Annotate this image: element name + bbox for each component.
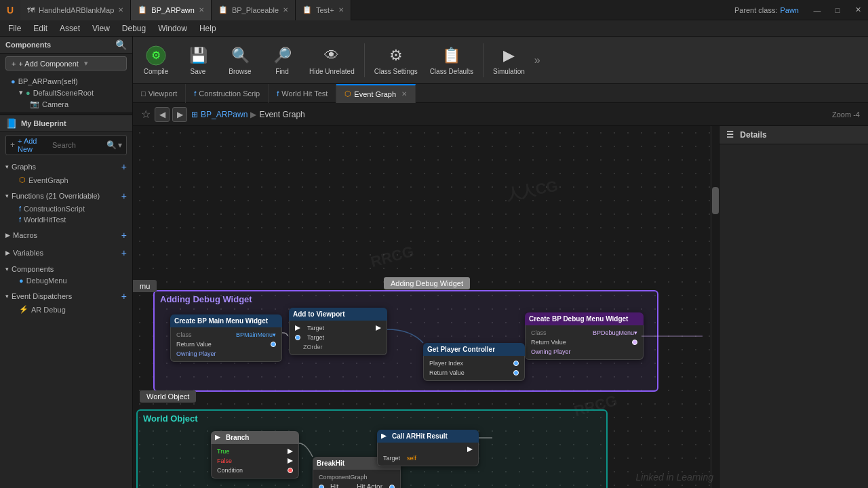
tab-bp-arpawn[interactable]: 📋 BP_ARPawn ✕ <box>131 0 212 20</box>
tree-item-camera[interactable]: 📷 Camera <box>0 98 132 110</box>
node-branch[interactable]: Branch True False Condition <box>211 431 299 479</box>
node-add-viewport[interactable]: Add to Viewport Target Target ZOrder <box>289 308 387 355</box>
menu-help[interactable]: Help <box>194 22 222 35</box>
search-icon[interactable]: 🔍 <box>115 39 127 50</box>
world-hit-icon: f <box>277 89 279 98</box>
tab-bp-placeable[interactable]: 📋 BP_Placeable ✕ <box>212 0 296 20</box>
svg-text:⚙: ⚙ <box>151 49 161 61</box>
scene-icon: ● <box>26 89 31 97</box>
menu-edit[interactable]: Edit <box>28 22 53 35</box>
simulation-icon: ▶ <box>498 45 519 66</box>
menu-window[interactable]: Window <box>153 22 193 35</box>
search-magnifier-icon[interactable]: 🔍 <box>106 140 117 150</box>
save-button[interactable]: 💾 Save <box>178 42 218 78</box>
close-tab3-icon[interactable]: ✕ <box>283 6 288 14</box>
add-new-label[interactable]: + Add New <box>18 137 52 153</box>
tab-world-hit-test[interactable]: f World Hit Test <box>269 84 336 103</box>
event-graph-icon: ⬡ <box>344 89 351 98</box>
toolbar-expand-button[interactable]: » <box>532 52 543 69</box>
functions-section-header[interactable]: ▾ Functions (21 Overridable) + <box>0 188 132 203</box>
construction-icon: f <box>194 89 196 98</box>
tab-handheld[interactable]: 🗺 HandheldARBlankMap ✕ <box>20 0 131 20</box>
simulation-button[interactable]: ▶ Simulation <box>488 42 530 78</box>
right-area: ⚙ Compile 💾 Save 🔍 Browse 🔎 Find 👁 Hide … <box>133 37 868 488</box>
tab-viewport[interactable]: □ Viewport <box>133 84 186 103</box>
tree-item-sceneroot[interactable]: ▾ ● DefaultSceneRoot <box>0 87 132 98</box>
plus-icon: + <box>12 60 16 68</box>
variables-expand-icon: ▶ <box>5 249 10 256</box>
components-header: Components 🔍 <box>0 37 132 54</box>
add-graph-button[interactable]: + <box>121 161 127 172</box>
close-tab2-icon[interactable]: ✕ <box>199 6 204 14</box>
class-settings-button[interactable]: ⚙ Class Settings <box>369 42 423 78</box>
add-dispatcher-button[interactable]: + <box>121 291 127 302</box>
tab-test[interactable]: 📋 Test+ ✕ <box>296 0 351 20</box>
class-defaults-button[interactable]: 📋 Class Defaults <box>425 42 479 78</box>
bp-section-graphs: ▾ Graphs + ⬡ EventGraph <box>0 158 132 187</box>
bp-item-eventgraph[interactable]: ⬡ EventGraph <box>0 174 132 186</box>
my-blueprint-panel: 📘 My Blueprint + + Add New 🔍 ▾ ▾ Graphs … <box>0 115 132 488</box>
scrollbar-thumb[interactable] <box>712 187 719 214</box>
macros-section-header[interactable]: ▶ Macros + <box>0 228 132 243</box>
breadcrumb: ☆ ◀ ▶ ⊞ BP_ARPawn ▶ Event Graph Zoom -4 <box>133 103 868 126</box>
bp-item-debugmenu[interactable]: ● DebugMenu <box>0 275 132 286</box>
close-tab4-icon[interactable]: ✕ <box>338 6 344 14</box>
component-icon: ● <box>11 77 16 85</box>
title-bar: U 🗺 HandheldARBlankMap ✕ 📋 BP_ARPawn ✕ 📋… <box>0 0 868 20</box>
hide-unrelated-button[interactable]: 👁 Hide Unrelated <box>304 42 360 78</box>
variables-section-header[interactable]: ▶ Variables + <box>0 245 132 260</box>
dispatchers-section-header[interactable]: ▾ Event Dispatchers + <box>0 289 132 304</box>
menu-asset[interactable]: Asset <box>54 22 85 35</box>
bp-section-dispatchers: ▾ Event Dispatchers + ⚡ AR Debug <box>0 287 132 317</box>
details-icon: ☰ <box>726 130 734 140</box>
tab-construction[interactable]: f Construction Scrip <box>186 84 269 103</box>
close-button[interactable]: ✕ <box>848 0 868 20</box>
chevron-down-icon: ▾ <box>84 59 88 68</box>
node-get-player-ctrl[interactable]: Get Player Controller Player Index Retur… <box>423 343 525 381</box>
browse-button[interactable]: 🔍 Browse <box>220 42 260 78</box>
search-bar: + + Add New 🔍 ▾ <box>5 135 127 155</box>
bookmark-icon[interactable]: ☆ <box>141 108 151 121</box>
bp-item-worldhittest[interactable]: f WorldHitTest <box>0 214 132 225</box>
add-function-button[interactable]: + <box>121 190 127 201</box>
minimize-button[interactable]: — <box>807 0 827 20</box>
forward-button[interactable]: ▶ <box>172 107 187 122</box>
comment-label-debug: Adding Debug Widget <box>155 291 657 307</box>
find-button[interactable]: 🔎 Find <box>262 42 302 78</box>
components-section-header[interactable]: ▾ Components <box>0 263 132 275</box>
graphs-section-header[interactable]: ▾ Graphs + <box>0 159 132 174</box>
close-tab-icon2[interactable]: ✕ <box>401 90 407 98</box>
camera-icon: 📷 <box>30 100 39 108</box>
node-call-ar-hit[interactable]: Call ARHit Result Targetself <box>377 430 479 466</box>
scrollbar-vertical[interactable] <box>711 126 719 488</box>
maximize-button[interactable]: □ <box>827 0 848 20</box>
editor-tabs: □ Viewport f Construction Scrip f World … <box>133 84 868 103</box>
nav-arrows: ◀ ▶ <box>155 107 187 122</box>
compile-button[interactable]: ⚙ Compile <box>136 42 176 78</box>
toolbar-divider <box>364 43 365 77</box>
close-tab-icon[interactable]: ✕ <box>118 6 123 14</box>
breadcrumb-class[interactable]: BP_ARPawn <box>201 110 248 119</box>
back-button[interactable]: ◀ <box>155 107 170 122</box>
bp-search-field[interactable] <box>52 141 106 149</box>
bp-item-ardebug[interactable]: ⚡ AR Debug <box>0 304 132 315</box>
toolbar: ⚙ Compile 💾 Save 🔍 Browse 🔎 Find 👁 Hide … <box>133 37 868 84</box>
add-macro-button[interactable]: + <box>121 230 127 241</box>
menu-debug[interactable]: Debug <box>117 22 151 35</box>
node-create-debug-menu[interactable]: Create BP Debug Menu Widget ClassBPDebug… <box>525 312 644 360</box>
graph-canvas[interactable]: RRCG 人人CG RRCG 人人素材 Adding Debug Widget … <box>133 126 719 488</box>
defaults-icon: 📋 <box>441 45 462 66</box>
save-icon: 💾 <box>187 45 209 66</box>
tree-item-self[interactable]: ● BP_ARPawn(self) <box>0 76 132 87</box>
title-tabs: 🗺 HandheldARBlankMap ✕ 📋 BP_ARPawn ✕ 📋 B… <box>20 0 726 20</box>
details-panel: ☰ Details <box>719 126 868 488</box>
menu-view[interactable]: View <box>87 22 115 35</box>
add-component-button[interactable]: + + Add Component ▾ <box>5 56 127 70</box>
node-create-main-menu[interactable]: Create BP Main Menu Widget ClassBPMainMe… <box>170 314 282 362</box>
add-variable-button[interactable]: + <box>121 247 127 258</box>
bp-section-components: ▾ Components ● DebugMenu <box>0 262 132 287</box>
tab-event-graph[interactable]: ⬡ Event Graph ✕ <box>336 84 416 103</box>
menu-file[interactable]: File <box>3 22 26 35</box>
bp-item-constructionscript[interactable]: f ConstructionScript <box>0 203 132 214</box>
filter-icon[interactable]: ▾ <box>118 140 122 150</box>
